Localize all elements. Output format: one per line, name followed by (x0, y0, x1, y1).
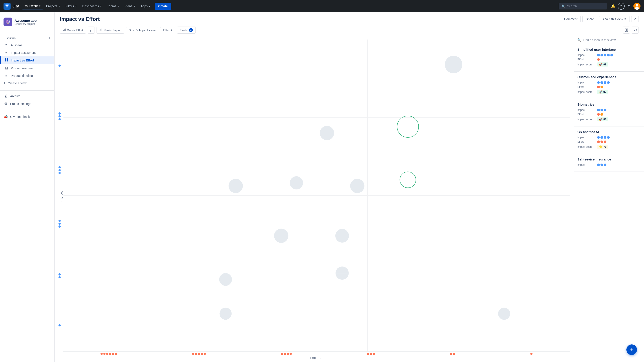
x-dot (287, 353, 289, 355)
sidebar-item-project-settings[interactable]: ⚙ Project settings (0, 100, 54, 108)
impact-row: Impact (578, 136, 640, 139)
effort-row: Effort (578, 113, 640, 116)
bubble[interactable] (335, 229, 349, 243)
x-dot (192, 353, 194, 355)
y-dot (58, 324, 61, 327)
bubble[interactable] (220, 308, 232, 320)
bubble[interactable] (219, 273, 232, 286)
idea-card-simplified-ui[interactable]: Simplified user interface Impact Effort (574, 44, 644, 72)
search-input[interactable] (567, 4, 604, 8)
nav-teams[interactable]: Teams ▼ (105, 3, 122, 9)
x-dot (198, 353, 200, 355)
user-avatar[interactable] (634, 3, 640, 10)
impact-dots (597, 136, 610, 139)
archive-icon: 🗄 (4, 94, 8, 98)
top-navigation: Jira Your work ▼ Projects ▼ Filters ▼ Da… (0, 0, 644, 12)
create-view-button[interactable]: + Create a view (0, 79, 54, 87)
impact-row: Impact (578, 108, 640, 112)
yaxis-button[interactable]: Y-axis Impact (96, 27, 124, 34)
effort-dots (597, 58, 600, 61)
svg-rect-6 (5, 60, 6, 61)
y-dot (58, 172, 61, 174)
add-idea-fab[interactable]: + (626, 345, 637, 355)
bubble-green[interactable] (397, 116, 419, 138)
svg-rect-15 (626, 29, 628, 31)
sidebar-item-impact-assessment[interactable]: ≡ Impact assesment (0, 49, 54, 56)
idea-title: Customised experiences (578, 75, 640, 79)
panel-search-bar[interactable]: 🔍 (574, 36, 644, 44)
about-view-button[interactable]: About this view ≡ (599, 16, 630, 22)
bubble[interactable] (290, 176, 303, 189)
score-badge: 🚀 80 (597, 117, 608, 121)
sidebar-item-impact-vs-effort[interactable]: Impact vs Effort (0, 56, 54, 64)
svg-point-2 (636, 4, 638, 6)
filter-plus-icon: + (170, 28, 172, 32)
sidebar-item-product-timeline[interactable]: ≡ Product timeline (0, 72, 54, 79)
app-logo[interactable]: Jira (4, 3, 19, 10)
fields-button[interactable]: Fields 4 (177, 26, 196, 34)
svg-rect-11 (100, 30, 100, 31)
bubble[interactable] (350, 179, 364, 193)
nav-dashboards[interactable]: Dashboards ▼ (80, 3, 104, 9)
x-dot (450, 353, 452, 355)
x-dot (367, 353, 369, 355)
score-label: Impact score (578, 90, 597, 94)
help-button[interactable]: ? (618, 3, 625, 10)
panel-search-input[interactable] (583, 38, 640, 42)
columns-button[interactable] (623, 26, 630, 34)
idea-card-biometrics[interactable]: Biometrics Impact Effort Im (574, 99, 644, 126)
settings-button[interactable]: ⚙ (626, 3, 632, 10)
notifications-button[interactable]: 🔔 (610, 3, 617, 10)
bubble[interactable] (445, 56, 462, 73)
chevron-icon: ▼ (117, 5, 120, 7)
chart-grid (63, 39, 570, 351)
effort-dots (597, 86, 603, 88)
views-section-label: VIEWS (4, 35, 19, 41)
idea-card-customised-experiences[interactable]: Customised experiences Impact Effort (574, 72, 644, 99)
divider (0, 90, 54, 91)
add-view-icon-btn[interactable]: + (48, 36, 51, 40)
sidebar-item-all-ideas[interactable]: ≡ All ideas (0, 41, 54, 49)
give-feedback-button[interactable]: 📣 Give feedback (0, 113, 54, 121)
x-dot (370, 353, 372, 355)
create-button[interactable]: Create (155, 3, 172, 10)
size-button[interactable]: Size fx Impact score (126, 27, 158, 33)
y-dot (58, 225, 61, 228)
bubble[interactable] (320, 126, 334, 140)
nav-plans[interactable]: Plans ▼ (122, 3, 138, 9)
bubble[interactable] (336, 266, 349, 280)
nav-your-work[interactable]: Your work ▼ (22, 3, 43, 9)
search-bar[interactable]: 🔍 (559, 3, 607, 9)
list-icon: ≡ (4, 51, 8, 55)
y-dot (58, 118, 61, 120)
effort-dots (597, 113, 603, 116)
xaxis-prefix: X-axis (67, 28, 75, 32)
bubble[interactable] (228, 179, 243, 193)
share-button[interactable]: Share (582, 16, 597, 22)
project-header[interactable]: 🔮 Awesome app Discovery project (0, 16, 54, 30)
sidebar-item-product-roadmap[interactable]: ⊟ Product roadmap (0, 64, 54, 72)
filter-button[interactable]: Filter + (160, 27, 175, 33)
idea-title: CS chatbot AI (578, 130, 640, 134)
idea-card-cs-chatbot[interactable]: CS chatbot AI Impact Effort (574, 126, 644, 154)
effort-dots (597, 141, 606, 143)
bubble-green[interactable] (400, 172, 416, 188)
swap-axes-button[interactable]: ⇄ (88, 26, 95, 34)
sidebar-item-archive[interactable]: 🗄 Archive (0, 92, 54, 100)
nav-apps[interactable]: Apps ▼ (138, 3, 153, 9)
bubble[interactable] (498, 308, 510, 320)
xaxis-button[interactable]: X-axis Effort (60, 27, 86, 34)
nav-filters[interactable]: Filters ▼ (63, 3, 79, 9)
comment-button[interactable]: Comment (561, 16, 581, 22)
score-row: Impact score 🚀 97 (578, 90, 640, 94)
idea-card-self-service-insurance[interactable]: Self-sevice insurance Impact (574, 154, 644, 172)
x-dot (109, 353, 111, 355)
refresh-button[interactable] (632, 26, 639, 34)
settings-icon: ⚙ (4, 102, 8, 106)
x-dot (530, 353, 532, 355)
sidebar: 🔮 Awesome app Discovery project VIEWS + … (0, 12, 54, 362)
bubble[interactable] (274, 228, 288, 243)
fullscreen-button[interactable]: ⤢ (631, 16, 639, 22)
nav-projects[interactable]: Projects ▼ (44, 3, 62, 9)
x-dot (100, 353, 103, 355)
